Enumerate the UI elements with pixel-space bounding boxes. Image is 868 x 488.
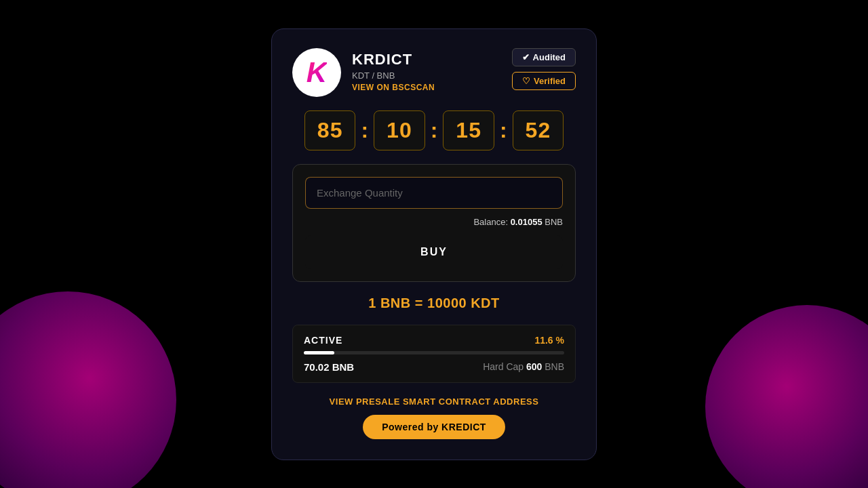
balance-value: 0.01055: [511, 217, 542, 227]
exchange-section: Balance: 0.01055 BNB BUY: [292, 164, 576, 282]
verified-label: Verified: [534, 76, 566, 86]
countdown-seconds-ones-block: 52: [513, 110, 564, 150]
main-card: K KRDICT KDT / BNB VIEW ON BSCSCAN ✔ Aud…: [271, 28, 597, 460]
token-info: KRDICT KDT / BNB VIEW ON BSCSCAN: [352, 48, 501, 92]
progress-percentage: 11.6 %: [534, 335, 564, 346]
status-label: ACTIVE: [304, 335, 342, 346]
verified-badge: ♡ Verified: [512, 72, 576, 90]
heart-icon: ♡: [522, 76, 530, 86]
progress-header: ACTIVE 11.6 %: [304, 335, 564, 346]
countdown-hours-block: 85: [304, 110, 356, 150]
powered-by-button[interactable]: Powered by KREDICT: [363, 415, 505, 439]
countdown-minutes: 10: [387, 118, 412, 142]
token-pair: KDT / BNB: [352, 70, 501, 81]
countdown-timer: 85 : 10 : 15 : 52: [292, 110, 576, 150]
countdown-sep-2: :: [431, 119, 438, 141]
token-name: KRDICT: [352, 51, 501, 68]
hard-cap-label: Hard Cap: [483, 361, 524, 372]
progress-bar-background: [304, 351, 564, 354]
hard-cap-currency: BNB: [545, 361, 564, 372]
countdown-hours: 85: [317, 118, 343, 142]
bscscan-link[interactable]: VIEW ON BSCSCAN: [352, 83, 501, 92]
audited-label: Audited: [533, 52, 566, 62]
progress-bar-fill: [304, 351, 334, 354]
progress-section: ACTIVE 11.6 % 70.02 BNB Hard Cap 600 BNB: [292, 325, 576, 383]
hard-cap-info: Hard Cap 600 BNB: [483, 361, 564, 372]
logo-letter: K: [307, 58, 327, 87]
countdown-minutes-block: 10: [374, 110, 425, 150]
check-icon: ✔: [522, 52, 530, 62]
decoration-blob-right: [705, 305, 868, 488]
footer-section: VIEW PRESALE SMART CONTRACT ADDRESS Powe…: [292, 396, 576, 439]
balance-label: Balance:: [473, 217, 508, 227]
raised-amount: 70.02 BNB: [304, 361, 354, 373]
countdown-seconds-tens-block: 15: [443, 110, 494, 150]
hard-cap-value: 600: [526, 361, 542, 372]
decoration-blob-left: [0, 291, 176, 488]
exchange-quantity-input[interactable]: [305, 177, 563, 209]
badge-container: ✔ Audited ♡ Verified: [512, 48, 576, 90]
smart-contract-link[interactable]: VIEW PRESALE SMART CONTRACT ADDRESS: [330, 396, 539, 407]
countdown-seconds-ones: 52: [526, 118, 551, 142]
buy-button[interactable]: BUY: [305, 235, 563, 269]
token-logo: K: [292, 48, 341, 97]
balance-currency: BNB: [545, 217, 563, 227]
countdown-sep-3: :: [500, 119, 507, 141]
card-header: K KRDICT KDT / BNB VIEW ON BSCSCAN ✔ Aud…: [292, 48, 576, 97]
countdown-seconds-tens: 15: [456, 118, 481, 142]
balance-row: Balance: 0.01055 BNB: [305, 217, 563, 227]
audited-badge: ✔ Audited: [512, 48, 576, 66]
countdown-sep-1: :: [361, 119, 368, 141]
exchange-rate: 1 BNB = 10000 KDT: [292, 296, 576, 311]
progress-footer: 70.02 BNB Hard Cap 600 BNB: [304, 361, 564, 373]
